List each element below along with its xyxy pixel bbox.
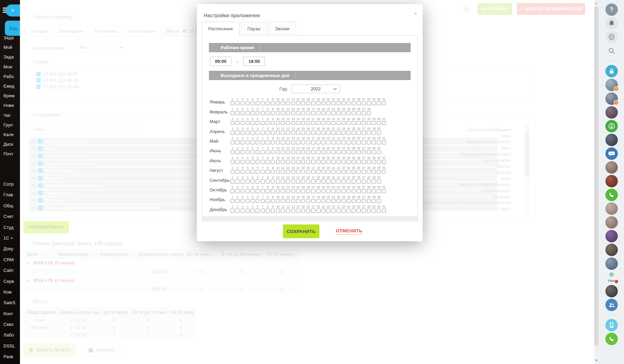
day-checkbox[interactable]: [382, 121, 386, 125]
day-checkbox[interactable]: [377, 101, 381, 106]
day-checkbox[interactable]: [377, 199, 381, 203]
day-checkbox[interactable]: [271, 199, 275, 203]
day-checkbox[interactable]: [261, 170, 265, 174]
day-checkbox[interactable]: [347, 101, 351, 106]
day-checkbox[interactable]: [231, 131, 235, 135]
day-checkbox[interactable]: [281, 121, 285, 125]
day-checkbox[interactable]: [316, 131, 320, 135]
day-checkbox[interactable]: [306, 131, 310, 135]
day-checkbox[interactable]: [261, 131, 265, 135]
day-checkbox[interactable]: [246, 160, 250, 164]
day-checkbox[interactable]: [276, 121, 280, 125]
day-checkbox[interactable]: [246, 121, 250, 125]
day-checkbox[interactable]: [347, 209, 351, 213]
day-checkbox[interactable]: [286, 209, 290, 213]
day-checkbox[interactable]: [301, 199, 305, 203]
day-checkbox[interactable]: [357, 160, 361, 164]
day-checkbox[interactable]: [377, 160, 381, 164]
day-checkbox[interactable]: [296, 111, 300, 115]
day-checkbox[interactable]: [231, 140, 235, 144]
day-checkbox[interactable]: [311, 101, 315, 106]
day-checkbox[interactable]: [337, 179, 341, 184]
day-checkbox[interactable]: [331, 101, 336, 106]
day-checkbox[interactable]: [367, 111, 371, 115]
day-checkbox[interactable]: [362, 101, 366, 106]
day-checkbox[interactable]: [347, 121, 351, 125]
day-checkbox[interactable]: [321, 101, 326, 106]
day-checkbox[interactable]: [316, 199, 320, 203]
day-checkbox[interactable]: [291, 121, 295, 125]
work-start-input[interactable]: [210, 57, 231, 66]
day-checkbox[interactable]: [326, 131, 330, 135]
page-scrollbar[interactable]: ▲ ▼: [594, 0, 599, 364]
day-checkbox[interactable]: [291, 101, 295, 106]
day-checkbox[interactable]: [352, 111, 356, 115]
day-checkbox[interactable]: [377, 150, 381, 154]
day-checkbox[interactable]: [331, 150, 336, 154]
day-checkbox[interactable]: [337, 140, 341, 144]
day-checkbox[interactable]: [326, 170, 330, 174]
day-checkbox[interactable]: [362, 209, 366, 213]
day-checkbox[interactable]: [367, 189, 371, 193]
day-checkbox[interactable]: [311, 121, 315, 125]
day-checkbox[interactable]: [301, 111, 305, 115]
day-checkbox[interactable]: [235, 140, 240, 144]
day-checkbox[interactable]: [357, 121, 361, 125]
day-checkbox[interactable]: [296, 140, 300, 144]
day-checkbox[interactable]: [241, 209, 245, 213]
day-checkbox[interactable]: [357, 150, 361, 154]
day-checkbox[interactable]: [331, 170, 336, 174]
day-checkbox[interactable]: [357, 101, 361, 106]
day-checkbox[interactable]: [382, 189, 386, 193]
user-avatar[interactable]: [605, 161, 618, 174]
day-checkbox[interactable]: [286, 170, 290, 174]
day-checkbox[interactable]: [377, 140, 381, 144]
user-avatar[interactable]: [605, 230, 618, 242]
day-checkbox[interactable]: [241, 131, 245, 135]
day-checkbox[interactable]: [266, 160, 270, 164]
day-checkbox[interactable]: [296, 170, 300, 174]
day-checkbox[interactable]: [296, 150, 300, 154]
day-checkbox[interactable]: [256, 160, 260, 164]
day-checkbox[interactable]: [326, 160, 330, 164]
day-checkbox[interactable]: [372, 170, 376, 174]
user-avatar[interactable]: [605, 79, 618, 91]
day-checkbox[interactable]: [291, 131, 295, 135]
day-checkbox[interactable]: [276, 170, 280, 174]
day-checkbox[interactable]: [341, 160, 346, 164]
day-checkbox[interactable]: [316, 150, 320, 154]
day-checkbox[interactable]: [256, 101, 260, 106]
day-checkbox[interactable]: [281, 209, 285, 213]
day-checkbox[interactable]: [246, 140, 250, 144]
day-checkbox[interactable]: [372, 150, 376, 154]
day-checkbox[interactable]: [235, 101, 240, 106]
day-checkbox[interactable]: [231, 209, 235, 213]
day-checkbox[interactable]: [352, 131, 356, 135]
day-checkbox[interactable]: [316, 101, 320, 106]
day-checkbox[interactable]: [271, 160, 275, 164]
day-checkbox[interactable]: [301, 209, 305, 213]
day-checkbox[interactable]: [235, 209, 240, 213]
dialog-tab[interactable]: Звонки: [268, 22, 296, 36]
day-checkbox[interactable]: [337, 101, 341, 106]
day-checkbox[interactable]: [301, 131, 305, 135]
day-checkbox[interactable]: [362, 140, 366, 144]
day-checkbox[interactable]: [357, 111, 361, 115]
day-checkbox[interactable]: [311, 160, 315, 164]
day-checkbox[interactable]: [326, 111, 330, 115]
day-checkbox[interactable]: [326, 121, 330, 125]
day-checkbox[interactable]: [235, 111, 240, 115]
day-checkbox[interactable]: [306, 189, 310, 193]
user-avatar[interactable]: [605, 257, 618, 270]
day-checkbox[interactable]: [326, 209, 330, 213]
day-checkbox[interactable]: [321, 150, 326, 154]
day-checkbox[interactable]: [337, 111, 341, 115]
day-checkbox[interactable]: [326, 140, 330, 144]
day-checkbox[interactable]: [321, 170, 326, 174]
messenger-icon[interactable]: [605, 31, 618, 43]
day-checkbox[interactable]: [276, 111, 280, 115]
day-checkbox[interactable]: [281, 160, 285, 164]
day-checkbox[interactable]: [256, 140, 260, 144]
day-checkbox[interactable]: [281, 189, 285, 193]
itees-app-icon[interactable]: [605, 120, 618, 132]
